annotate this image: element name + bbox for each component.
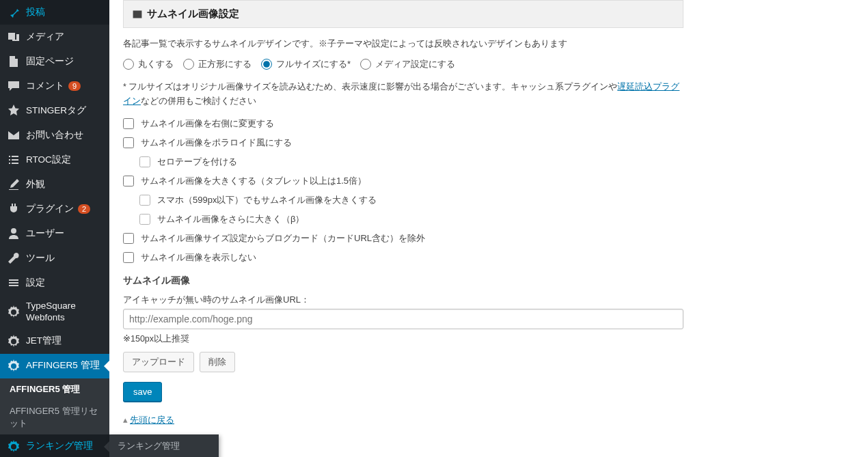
- sidebar-item-media[interactable]: メディア: [0, 25, 109, 49]
- thumbnail-options: サムネイル画像を右側に変更する サムネイル画像をポラロイド風にする セロテープを…: [123, 117, 683, 264]
- sidebar-item-label: 固定ページ: [26, 56, 74, 68]
- check-bigger-more[interactable]: サムネイル画像をさらに大きく（β）: [139, 213, 683, 225]
- check-bigger-sp[interactable]: スマホ（599px以下）でもサムネイル画像を大きくする: [139, 194, 683, 206]
- sidebar-item-affinger5[interactable]: AFFINGER5 管理: [0, 354, 109, 378]
- check-right[interactable]: サムネイル画像を右側に変更する: [123, 117, 683, 130]
- main-content: サムネイル画像設定 各記事一覧で表示するサムネイルデザインです。※子テーマや設定…: [109, 0, 868, 457]
- sidebar-item-label: ツール: [26, 253, 55, 264]
- radio-round[interactable]: 丸くする: [123, 58, 174, 70]
- sidebar-item-ranking[interactable]: ランキング管理 ランキング管理 ランキング管理リセット: [0, 434, 109, 457]
- image-icon: [132, 9, 143, 20]
- panel-title: サムネイル画像設定: [147, 8, 239, 20]
- brush-icon: [7, 178, 21, 191]
- panel-description: 各記事一覧で表示するサムネイルデザインです。※子テーマや設定によっては反映されな…: [123, 38, 683, 50]
- gear-icon: [7, 359, 21, 373]
- sidebar-item-typesquare[interactable]: TypeSquare Webfonts: [0, 295, 109, 329]
- sidebar-item-rtoc[interactable]: RTOC設定: [0, 148, 109, 172]
- submenu-item-affinger5-reset[interactable]: AFFINGER5 管理リセット: [0, 400, 109, 434]
- thumbnail-image-subhead: サムネイル画像: [123, 275, 683, 287]
- sidebar-submenu: AFFINGER5 管理 AFFINGER5 管理リセット: [0, 378, 109, 434]
- sidebar-item-plugins[interactable]: プラグイン 2: [0, 197, 109, 221]
- sidebar-item-label: ランキング管理: [26, 441, 93, 452]
- sidebar-item-label: メディア: [26, 31, 64, 43]
- pin-icon: [7, 5, 21, 19]
- submenu-item-affinger5-admin[interactable]: AFFINGER5 管理: [0, 378, 109, 400]
- fullsize-note: * フルサイズはオリジナル画像サイズを読み込むため、表示速度に影響が出る場合がご…: [123, 80, 683, 109]
- wrench-icon: [7, 251, 21, 265]
- count-badge: 9: [68, 81, 81, 91]
- sidebar-item-settings[interactable]: 設定: [0, 271, 109, 295]
- page-icon: [7, 55, 21, 68]
- comment-icon: [7, 79, 21, 93]
- sidebar-item-label: RTOC設定: [26, 154, 71, 166]
- gear-icon: [7, 305, 21, 319]
- sidebar-item-contact[interactable]: お問い合わせ: [0, 123, 109, 148]
- sidebar-item-appearance[interactable]: 外観: [0, 172, 109, 197]
- back-to-top: ▴先頭に戻る: [123, 414, 683, 426]
- sidebar-item-label: TypeSquare Webfonts: [26, 301, 103, 324]
- gear-icon: [7, 335, 21, 348]
- sidebar-item-label: 投稿: [26, 7, 45, 18]
- sidebar-item-label: AFFINGER5 管理: [26, 360, 100, 372]
- radio-square[interactable]: 正方形にする: [183, 58, 252, 70]
- sidebar-flyout: ランキング管理 ランキング管理リセット: [109, 434, 219, 457]
- sidebar-item-jet[interactable]: JET管理: [0, 329, 109, 354]
- sidebar-item-label: お問い合わせ: [26, 130, 83, 141]
- sidebar-item-pages[interactable]: 固定ページ: [0, 49, 109, 74]
- sidebar-item-label: JET管理: [26, 335, 62, 347]
- admin-sidebar: 投稿 メディア 固定ページ コメント 9 STINGERタグ お問い合わせ: [0, 0, 109, 457]
- gear-icon: [7, 440, 21, 454]
- back-to-top-link[interactable]: 先頭に戻る: [130, 415, 174, 425]
- sidebar-item-stinger-tag[interactable]: STINGERタグ: [0, 98, 109, 123]
- sidebar-item-label: ユーザー: [26, 228, 64, 240]
- sidebar-item-posts[interactable]: 投稿: [0, 0, 109, 25]
- url-hint: ※150px以上推奨: [123, 333, 683, 345]
- mail-icon: [7, 128, 21, 142]
- star-icon: [7, 104, 21, 117]
- media-icon: [7, 30, 21, 44]
- check-tape[interactable]: セロテープを付ける: [139, 156, 683, 168]
- sidebar-item-label: コメント: [26, 81, 64, 92]
- thumbnail-url-input[interactable]: [123, 309, 683, 329]
- plug-icon: [7, 202, 21, 216]
- sidebar-item-label: 設定: [26, 277, 45, 289]
- save-button[interactable]: save: [123, 382, 162, 402]
- radio-fullsize[interactable]: フルサイズにする*: [261, 58, 351, 70]
- up-caret-icon: ▴: [123, 415, 128, 425]
- radio-media[interactable]: メディア設定にする: [360, 58, 455, 70]
- url-field-label: アイキャッチが無い時のサムネイル画像URL：: [123, 294, 683, 306]
- count-badge: 2: [78, 204, 90, 214]
- sidebar-item-tools[interactable]: ツール: [0, 246, 109, 271]
- check-exclude-card[interactable]: サムネイル画像サイズ設定からブログカード（カードURL含む）を除外: [123, 232, 683, 245]
- check-hide[interactable]: サムネイル画像を表示しない: [123, 251, 683, 264]
- sidebar-item-users[interactable]: ユーザー: [0, 221, 109, 246]
- upload-button[interactable]: アップロード: [123, 352, 194, 372]
- check-bigger[interactable]: サムネイル画像を大きくする（タブレット以上は1.5倍）: [123, 175, 683, 187]
- thumbnail-style-radios: 丸くする 正方形にする フルサイズにする* メディア設定にする: [123, 58, 683, 70]
- sidebar-item-comments[interactable]: コメント 9: [0, 74, 109, 98]
- sidebar-item-label: 外観: [26, 179, 45, 191]
- panel-header: サムネイル画像設定: [123, 0, 683, 28]
- delete-button[interactable]: 削除: [200, 352, 235, 372]
- sidebar-item-label: STINGERタグ: [26, 105, 86, 117]
- sidebar-item-label: プラグイン: [26, 204, 74, 215]
- user-icon: [7, 227, 21, 240]
- flyout-item-ranking-admin[interactable]: ランキング管理: [109, 434, 219, 457]
- check-polaroid[interactable]: サムネイル画像をポラロイド風にする: [123, 137, 683, 149]
- sliders-icon: [7, 276, 21, 290]
- list-icon: [7, 153, 21, 167]
